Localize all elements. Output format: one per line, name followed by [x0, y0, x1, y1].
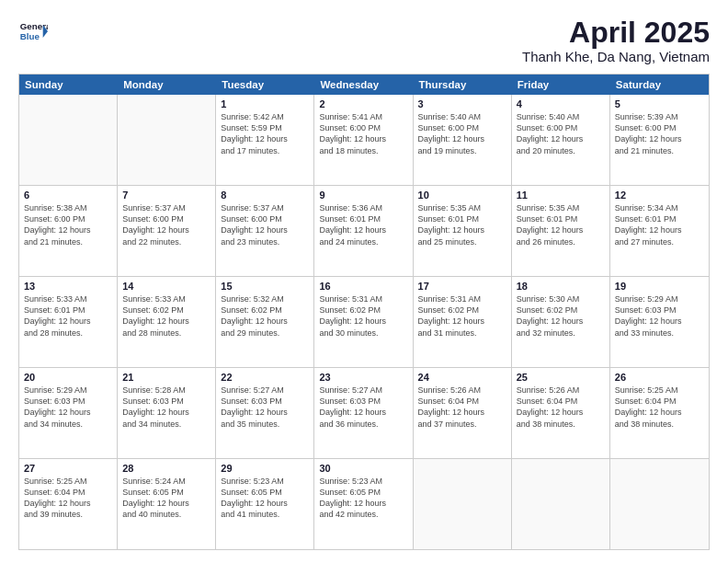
cell-info: Sunrise: 5:35 AM Sunset: 6:01 PM Dayligh…: [418, 202, 506, 247]
cell-day-number: 2: [319, 98, 407, 109]
calendar-cell: 27Sunrise: 5:25 AM Sunset: 6:04 PM Dayli…: [19, 459, 118, 549]
calendar-cell: 30Sunrise: 5:23 AM Sunset: 6:05 PM Dayli…: [314, 459, 413, 549]
main-title: April 2025: [522, 17, 710, 49]
calendar-cell: [512, 459, 610, 549]
calendar-cell: 7Sunrise: 5:37 AM Sunset: 6:00 PM Daylig…: [118, 186, 216, 276]
calendar-body: 1Sunrise: 5:42 AM Sunset: 5:59 PM Daylig…: [19, 95, 709, 549]
calendar-row-4: 27Sunrise: 5:25 AM Sunset: 6:04 PM Dayli…: [19, 459, 709, 549]
header: General Blue April 2025 Thanh Khe, Da Na…: [18, 17, 710, 64]
cell-info: Sunrise: 5:25 AM Sunset: 6:04 PM Dayligh…: [24, 476, 112, 521]
cell-day-number: 29: [221, 463, 309, 474]
cell-info: Sunrise: 5:39 AM Sunset: 6:00 PM Dayligh…: [615, 111, 704, 156]
calendar-cell: 1Sunrise: 5:42 AM Sunset: 5:59 PM Daylig…: [216, 95, 314, 185]
cell-info: Sunrise: 5:41 AM Sunset: 6:00 PM Dayligh…: [319, 111, 407, 156]
calendar-cell: [118, 95, 216, 185]
cell-info: Sunrise: 5:31 AM Sunset: 6:02 PM Dayligh…: [319, 293, 407, 339]
calendar-cell: 6Sunrise: 5:38 AM Sunset: 6:00 PM Daylig…: [19, 186, 118, 276]
cell-info: Sunrise: 5:30 AM Sunset: 6:02 PM Dayligh…: [517, 293, 605, 339]
cell-info: Sunrise: 5:26 AM Sunset: 6:04 PM Dayligh…: [418, 385, 506, 430]
weekday-header-sunday: Sunday: [19, 75, 118, 95]
cell-info: Sunrise: 5:38 AM Sunset: 6:00 PM Dayligh…: [24, 202, 112, 247]
calendar-cell: 20Sunrise: 5:29 AM Sunset: 6:03 PM Dayli…: [19, 368, 118, 458]
cell-day-number: 11: [517, 190, 605, 201]
cell-info: Sunrise: 5:28 AM Sunset: 6:03 PM Dayligh…: [122, 385, 210, 430]
cell-day-number: 3: [418, 98, 506, 109]
cell-info: Sunrise: 5:37 AM Sunset: 6:00 PM Dayligh…: [122, 202, 210, 247]
cell-day-number: 25: [517, 372, 605, 383]
cell-day-number: 21: [122, 372, 210, 383]
cell-info: Sunrise: 5:37 AM Sunset: 6:00 PM Dayligh…: [221, 202, 309, 247]
calendar-cell: 11Sunrise: 5:35 AM Sunset: 6:01 PM Dayli…: [512, 186, 610, 276]
svg-text:Blue: Blue: [20, 31, 40, 41]
calendar-cell: 14Sunrise: 5:33 AM Sunset: 6:02 PM Dayli…: [118, 277, 216, 367]
cell-day-number: 22: [221, 372, 309, 383]
calendar-cell: 9Sunrise: 5:36 AM Sunset: 6:01 PM Daylig…: [314, 186, 413, 276]
cell-day-number: 1: [221, 98, 309, 109]
cell-info: Sunrise: 5:29 AM Sunset: 6:03 PM Dayligh…: [615, 293, 704, 339]
cell-day-number: 5: [615, 98, 704, 109]
calendar-cell: 26Sunrise: 5:25 AM Sunset: 6:04 PM Dayli…: [610, 368, 709, 458]
calendar-cell: 19Sunrise: 5:29 AM Sunset: 6:03 PM Dayli…: [610, 277, 709, 367]
cell-info: Sunrise: 5:24 AM Sunset: 6:05 PM Dayligh…: [122, 476, 210, 521]
cell-day-number: 24: [418, 372, 506, 383]
calendar-cell: 22Sunrise: 5:27 AM Sunset: 6:03 PM Dayli…: [216, 368, 314, 458]
page: General Blue April 2025 Thanh Khe, Da Na…: [0, 0, 728, 563]
cell-info: Sunrise: 5:27 AM Sunset: 6:03 PM Dayligh…: [221, 385, 309, 430]
calendar-cell: 15Sunrise: 5:32 AM Sunset: 6:02 PM Dayli…: [216, 277, 314, 367]
cell-info: Sunrise: 5:27 AM Sunset: 6:03 PM Dayligh…: [319, 385, 407, 430]
cell-day-number: 8: [221, 190, 309, 201]
calendar-cell: 8Sunrise: 5:37 AM Sunset: 6:00 PM Daylig…: [216, 186, 314, 276]
cell-info: Sunrise: 5:35 AM Sunset: 6:01 PM Dayligh…: [517, 202, 605, 247]
calendar-cell: 13Sunrise: 5:33 AM Sunset: 6:01 PM Dayli…: [19, 277, 118, 367]
cell-day-number: 30: [319, 463, 407, 474]
cell-info: Sunrise: 5:36 AM Sunset: 6:01 PM Dayligh…: [319, 202, 407, 247]
calendar-row-3: 20Sunrise: 5:29 AM Sunset: 6:03 PM Dayli…: [19, 368, 709, 459]
calendar-row-0: 1Sunrise: 5:42 AM Sunset: 5:59 PM Daylig…: [19, 95, 709, 186]
cell-day-number: 9: [319, 190, 407, 201]
calendar-cell: 17Sunrise: 5:31 AM Sunset: 6:02 PM Dayli…: [414, 277, 512, 367]
cell-day-number: 13: [24, 281, 112, 292]
calendar-row-2: 13Sunrise: 5:33 AM Sunset: 6:01 PM Dayli…: [19, 277, 709, 368]
cell-info: Sunrise: 5:40 AM Sunset: 6:00 PM Dayligh…: [517, 111, 605, 156]
cell-info: Sunrise: 5:25 AM Sunset: 6:04 PM Dayligh…: [615, 385, 704, 430]
weekday-header-tuesday: Tuesday: [216, 75, 314, 95]
cell-day-number: 23: [319, 372, 407, 383]
calendar-cell: 18Sunrise: 5:30 AM Sunset: 6:02 PM Dayli…: [512, 277, 610, 367]
calendar-cell: 23Sunrise: 5:27 AM Sunset: 6:03 PM Dayli…: [314, 368, 413, 458]
cell-info: Sunrise: 5:33 AM Sunset: 6:01 PM Dayligh…: [24, 293, 112, 339]
cell-info: Sunrise: 5:42 AM Sunset: 5:59 PM Dayligh…: [221, 111, 309, 156]
cell-info: Sunrise: 5:29 AM Sunset: 6:03 PM Dayligh…: [24, 385, 112, 430]
title-block: April 2025 Thanh Khe, Da Nang, Vietnam: [522, 17, 710, 64]
cell-info: Sunrise: 5:34 AM Sunset: 6:01 PM Dayligh…: [615, 202, 704, 247]
cell-day-number: 27: [24, 463, 112, 474]
cell-day-number: 7: [122, 190, 210, 201]
cell-info: Sunrise: 5:40 AM Sunset: 6:00 PM Dayligh…: [418, 111, 506, 156]
cell-day-number: 18: [517, 281, 605, 292]
calendar-cell: 4Sunrise: 5:40 AM Sunset: 6:00 PM Daylig…: [512, 95, 610, 185]
calendar-cell: 12Sunrise: 5:34 AM Sunset: 6:01 PM Dayli…: [610, 186, 709, 276]
logo-icon: General Blue: [18, 17, 48, 46]
cell-info: Sunrise: 5:33 AM Sunset: 6:02 PM Dayligh…: [122, 293, 210, 339]
calendar: SundayMondayTuesdayWednesdayThursdayFrid…: [18, 74, 710, 550]
calendar-row-1: 6Sunrise: 5:38 AM Sunset: 6:00 PM Daylig…: [19, 186, 709, 277]
cell-day-number: 16: [319, 281, 407, 292]
weekday-header-thursday: Thursday: [414, 75, 512, 95]
calendar-cell: 16Sunrise: 5:31 AM Sunset: 6:02 PM Dayli…: [314, 277, 413, 367]
cell-day-number: 4: [517, 98, 605, 109]
cell-day-number: 12: [615, 190, 704, 201]
logo: General Blue: [18, 17, 48, 46]
calendar-cell: 21Sunrise: 5:28 AM Sunset: 6:03 PM Dayli…: [118, 368, 216, 458]
cell-day-number: 26: [615, 372, 704, 383]
cell-info: Sunrise: 5:26 AM Sunset: 6:04 PM Dayligh…: [517, 385, 605, 430]
cell-info: Sunrise: 5:32 AM Sunset: 6:02 PM Dayligh…: [221, 293, 309, 339]
cell-info: Sunrise: 5:31 AM Sunset: 6:02 PM Dayligh…: [418, 293, 506, 339]
calendar-cell: 3Sunrise: 5:40 AM Sunset: 6:00 PM Daylig…: [414, 95, 512, 185]
cell-day-number: 6: [24, 190, 112, 201]
calendar-cell: 24Sunrise: 5:26 AM Sunset: 6:04 PM Dayli…: [414, 368, 512, 458]
cell-day-number: 15: [221, 281, 309, 292]
weekday-header-saturday: Saturday: [610, 75, 709, 95]
cell-day-number: 10: [418, 190, 506, 201]
calendar-cell: 5Sunrise: 5:39 AM Sunset: 6:00 PM Daylig…: [610, 95, 709, 185]
calendar-cell: 25Sunrise: 5:26 AM Sunset: 6:04 PM Dayli…: [512, 368, 610, 458]
weekday-header-monday: Monday: [118, 75, 216, 95]
